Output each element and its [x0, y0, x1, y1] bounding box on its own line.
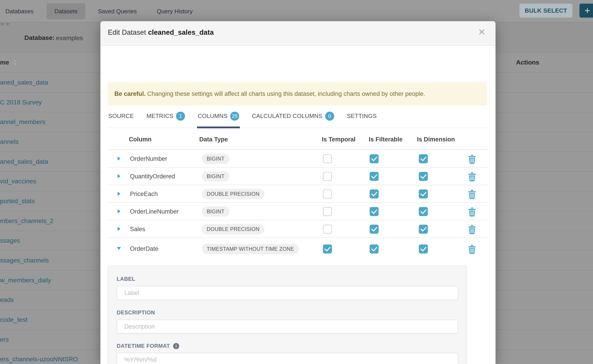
is-temporal-checkbox[interactable] — [323, 154, 332, 163]
chevron-down-icon[interactable] — [0, 23, 5, 26]
info-icon[interactable]: i — [173, 343, 179, 349]
dataset-link[interactable]: w_members_daily — [0, 277, 51, 284]
data-type-pill: BIGINT — [202, 154, 230, 164]
caret-right-icon[interactable] — [118, 192, 120, 196]
warning-banner: Be careful. Changing these settings will… — [108, 82, 487, 105]
trash-icon[interactable] — [468, 225, 476, 235]
nav-item-query-history[interactable]: Query History — [149, 0, 200, 23]
datetime-format-input[interactable] — [117, 353, 458, 364]
add-dataset-button[interactable]: + — [580, 4, 593, 18]
trash-icon[interactable] — [468, 245, 476, 255]
is-filterable-checkbox[interactable] — [370, 189, 379, 198]
column-row-orderlinenumber: OrderLineNumberBIGINT — [108, 203, 488, 220]
is-filterable-checkbox[interactable] — [370, 225, 379, 234]
nav-item-datasets[interactable]: Datasets — [47, 3, 85, 20]
data-type-pill: BIGINT — [202, 171, 230, 182]
database-filter-label: Database: — [24, 34, 55, 41]
description-input[interactable] — [117, 319, 458, 334]
is-filterable-checkbox[interactable] — [370, 172, 379, 181]
trash-icon[interactable] — [468, 155, 476, 165]
modal-title: Edit Datasetcleaned_sales_data — [108, 28, 214, 37]
nav-item-saved-queries[interactable]: Saved Queries — [90, 0, 145, 23]
dataset-link[interactable]: annels — [0, 138, 19, 145]
is-temporal-checkbox[interactable] — [323, 172, 332, 181]
is-filterable-header: Is Filterable — [369, 136, 402, 143]
edit-dataset-modal: Edit Datasetcleaned_sales_data ✕ Be care… — [100, 21, 495, 364]
is-filterable-checkbox[interactable] — [370, 207, 379, 216]
tab-metrics[interactable]: METRICS1 — [146, 104, 185, 128]
tab-count-badge: 1 — [176, 112, 185, 121]
tab-count-badge: 25 — [230, 112, 239, 121]
dataset-link[interactable]: ers_channels-uzooNNtSRO — [0, 356, 78, 363]
is-temporal-checkbox[interactable] — [323, 189, 332, 198]
dataset-link[interactable]: aned_sales_data — [0, 79, 48, 86]
data-type-pill: BIGINT — [202, 206, 230, 217]
top-nav: DatabasesDatasetsSaved QueriesQuery Hist… — [0, 0, 593, 23]
tab-count-badge: 0 — [325, 112, 334, 121]
tab-source[interactable]: SOURCE — [108, 104, 134, 128]
data-type-pill: TIMESTAMP WITHOUT TIME ZONE — [202, 244, 299, 254]
dataset-link[interactable]: ssages_channels — [0, 257, 49, 264]
datetime-format-field-label: DATETIME FORMAT i — [117, 343, 179, 349]
modal-header: Edit Datasetcleaned_sales_data ✕ — [100, 21, 495, 46]
caret-right-icon[interactable] — [118, 227, 120, 231]
columns-table-rows: OrderNumberBIGINTQuantityOrderedBIGINTPr… — [108, 150, 488, 260]
column-name: PriceEach — [130, 191, 158, 198]
is-temporal-header: Is Temporal — [322, 136, 356, 143]
column-row-ordernumber: OrderNumberBIGINT — [108, 150, 488, 168]
actions-column-header: Actions — [516, 59, 539, 66]
is-temporal-checkbox[interactable] — [323, 207, 332, 216]
dataset-link[interactable]: ported_stats — [0, 198, 35, 205]
warning-bold: Be careful. — [114, 91, 145, 97]
tab-settings[interactable]: SETTINGS — [347, 104, 377, 128]
name-column-header[interactable]: me — [0, 59, 9, 66]
is-temporal-checkbox[interactable] — [323, 244, 332, 254]
label-input[interactable] — [117, 286, 458, 300]
dataset-link[interactable]: vid_vaccines — [0, 178, 36, 185]
is-filterable-checkbox[interactable] — [370, 244, 379, 254]
modal-title-prefix: Edit Dataset — [108, 28, 146, 36]
column-editor-panel: LABEL DESCRIPTION DATETIME FORMAT i — [108, 266, 467, 364]
dataset-link[interactable]: annel_members — [0, 118, 45, 126]
chevron-down-icon[interactable] — [5, 23, 10, 26]
close-icon[interactable]: ✕ — [478, 27, 486, 37]
is-dimension-header: Is Dimension — [417, 136, 455, 143]
caret-right-icon[interactable] — [118, 209, 120, 213]
caret-down-icon[interactable] — [117, 247, 121, 250]
modal-body: Be careful. Changing these settings will… — [100, 46, 495, 364]
tab-calculated-columns[interactable]: CALCULATED COLUMNS0 — [252, 104, 334, 128]
column-name: QuantityOrdered — [130, 173, 175, 180]
column-row-sales: SalesDOUBLE PRECISION — [108, 220, 488, 238]
modal-tabs: SOURCEMETRICS1COLUMNS25CALCULATED COLUMN… — [108, 104, 488, 128]
trash-icon[interactable] — [468, 190, 476, 200]
column-row-priceeach: PriceEachDOUBLE PRECISION — [108, 185, 488, 203]
nav-item-databases[interactable]: Databases — [0, 0, 41, 23]
database-filter-value[interactable]: examples — [56, 34, 83, 42]
sort-icon[interactable] — [13, 60, 17, 65]
is-dimension-checkbox[interactable] — [419, 189, 428, 198]
is-temporal-checkbox[interactable] — [323, 225, 332, 234]
column-name: OrderLineNumber — [130, 208, 179, 215]
data-type-pill: DOUBLE PRECISION — [202, 224, 264, 234]
tab-columns[interactable]: COLUMNS25 — [198, 104, 239, 128]
caret-right-icon[interactable] — [118, 174, 120, 178]
dataset-link[interactable]: ers — [0, 336, 9, 343]
is-dimension-checkbox[interactable] — [419, 172, 428, 181]
dataset-link[interactable]: code_test — [0, 316, 27, 323]
dataset-link[interactable]: eads — [0, 296, 14, 304]
dataset-link[interactable]: aned_sales_data — [0, 158, 48, 165]
dataset-link[interactable]: C 2018 Survey — [0, 99, 42, 106]
is-dimension-checkbox[interactable] — [419, 207, 428, 216]
dataset-link[interactable]: mbers_channels_2 — [0, 217, 53, 225]
dataset-link[interactable]: ssages — [0, 237, 20, 244]
column-name: OrderNumber — [130, 155, 167, 162]
is-dimension-checkbox[interactable] — [419, 154, 428, 163]
is-filterable-checkbox[interactable] — [370, 154, 379, 163]
is-dimension-checkbox[interactable] — [419, 225, 428, 234]
column-name: OrderDate — [130, 245, 158, 252]
trash-icon[interactable] — [468, 172, 476, 182]
caret-right-icon[interactable] — [118, 156, 120, 161]
trash-icon[interactable] — [468, 208, 476, 217]
bulk-select-button[interactable]: BULK SELECT — [520, 4, 573, 18]
is-dimension-checkbox[interactable] — [419, 244, 428, 254]
